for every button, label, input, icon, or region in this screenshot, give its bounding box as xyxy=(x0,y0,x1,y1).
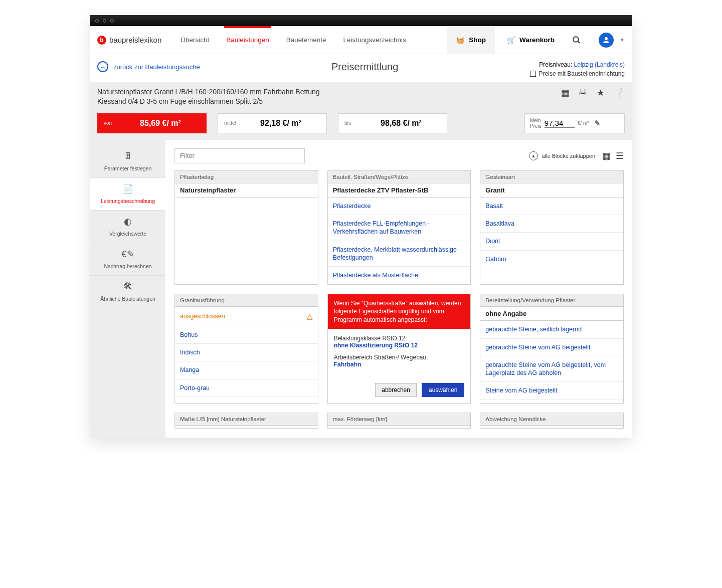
action-icons: ▦ 🖶 ★ ❔ xyxy=(561,87,625,98)
nav-bauleistungen[interactable]: Bauleistungen xyxy=(219,26,276,54)
grid-view-icon[interactable]: ▦ xyxy=(602,150,611,161)
logo-icon: b xyxy=(97,36,106,45)
my-price-label: Mein Preis xyxy=(530,118,542,129)
print-icon[interactable]: 🖶 xyxy=(579,87,588,98)
confirm-dialog: Wenn Sie "Quartiersstraße" auswählen, we… xyxy=(327,294,471,404)
option-item[interactable]: Diorit xyxy=(480,233,623,250)
star-icon[interactable]: ★ xyxy=(597,87,605,98)
cart-label: Warenkorb xyxy=(519,36,555,44)
option-item[interactable]: Steine vom AG beigestellt xyxy=(480,382,623,400)
nav-lv[interactable]: Leistungsverzeichnis xyxy=(336,26,413,54)
page-title: Preisermittlung xyxy=(200,61,530,73)
option-item[interactable]: Basaltlava xyxy=(480,215,623,233)
warning-icon: △ xyxy=(307,311,313,321)
svg-line-1 xyxy=(578,41,580,43)
option-item[interactable]: Pflasterdecke als Musterfläche xyxy=(328,267,471,284)
chevron-up-icon: ▲ xyxy=(529,151,538,160)
cancel-button[interactable]: abbrechen xyxy=(375,383,417,397)
select-button[interactable]: auswählen xyxy=(422,383,464,397)
sliders-icon: 🎚 xyxy=(122,150,134,162)
option-item[interactable]: Manga xyxy=(175,361,318,379)
user-menu-caret[interactable]: ▼ xyxy=(620,37,625,43)
option-item[interactable]: Porto-grau xyxy=(175,379,318,397)
side-nachtrag[interactable]: €✎ Nachtrag berechnen xyxy=(90,243,165,276)
option-item[interactable]: Pflasterdecke xyxy=(328,198,471,215)
option-item[interactable]: Basalt xyxy=(480,198,623,215)
block-abweichung[interactable]: Abweichung Nenndicke xyxy=(480,413,624,429)
list-view-icon[interactable]: ☰ xyxy=(616,150,624,161)
side-leistung[interactable]: 📄 Leistungsbeschreibung xyxy=(90,178,165,211)
option-item[interactable]: Pflasterdecke, Merkblatt wasserdurchläss… xyxy=(328,241,471,267)
nav-uebersicht[interactable]: Übersicht xyxy=(173,26,216,54)
option-item[interactable]: Indisch xyxy=(175,344,318,361)
option-excluded[interactable]: ausgeschlossen △ xyxy=(175,307,318,326)
user-avatar[interactable] xyxy=(599,33,614,48)
collapse-all-button[interactable]: ▲ alle Blöcke zuklappen xyxy=(529,151,595,160)
shop-button[interactable]: 🧺 Shop xyxy=(447,26,495,54)
traffic-light-dot xyxy=(110,19,114,23)
block-masse[interactable]: Maße L/B [mm] Natursteinpflaster xyxy=(174,413,318,429)
option-item[interactable]: Gabbro xyxy=(480,251,623,268)
document-icon: 📄 xyxy=(122,183,134,195)
nav-bauelemente[interactable]: Bauelemente xyxy=(279,26,333,54)
price-level: Preisniveau: Leipzig (Landkreis) Preise … xyxy=(530,61,625,77)
checkbox-icon[interactable] xyxy=(530,71,536,77)
option-item[interactable]: gebrauchte Steine vom AG beigestellt xyxy=(480,339,623,356)
cart-button[interactable]: 🛒 Warenkorb xyxy=(498,26,564,54)
logo-text: baupreislexikon xyxy=(109,36,161,44)
logo[interactable]: b baupreislexikon xyxy=(97,36,161,45)
block-granit: Granitausführung ausgeschlossen △ Bohus … xyxy=(174,294,318,404)
traffic-light-dot xyxy=(95,19,99,23)
price-level-label: Preisniveau: xyxy=(539,61,572,68)
confirm-message: Wenn Sie "Quartiersstraße" auswählen, we… xyxy=(328,294,471,329)
tools-icon: 🛠 xyxy=(122,281,134,293)
basket-icon: 🧺 xyxy=(456,36,465,44)
option-item[interactable]: Pflasterdecke FLL-Empfehlungen - Verkehr… xyxy=(328,215,471,241)
back-link[interactable]: ← zurück zur Bauleistungssuche xyxy=(97,61,200,72)
side-aehnlich[interactable]: 🛠 Ähnliche Bauleistungen xyxy=(90,276,165,308)
side-parameter[interactable]: 🎚 Parameter festlegen xyxy=(90,145,165,178)
item-description: Natursteinpflaster Granit L/B/H 160-200/… xyxy=(97,87,418,106)
block-foerderweg[interactable]: max. Förderweg [km] xyxy=(327,413,471,429)
arrow-left-icon: ← xyxy=(97,61,108,72)
svg-point-2 xyxy=(605,37,608,40)
price-level-link[interactable]: Leipzig (Landkreis) xyxy=(574,61,625,68)
search-icon[interactable] xyxy=(567,26,587,54)
price-mode-label: Preise mit Baustelleneinrichtung xyxy=(539,70,625,77)
help-icon[interactable]: ❔ xyxy=(614,87,625,98)
price-mittel[interactable]: mittel 92,18 €/ m² xyxy=(218,113,327,133)
euro-edit-icon: €✎ xyxy=(122,248,134,260)
block-pflasterbelag: Pflasterbelag Natursteinpflaster xyxy=(174,170,318,285)
window-titlebar xyxy=(90,15,632,26)
back-link-label: zurück zur Bauleistungssuche xyxy=(113,63,200,71)
side-vergleich[interactable]: ◐ Vergleichswerte xyxy=(90,211,165,243)
shop-label: Shop xyxy=(469,36,486,44)
option-item[interactable]: Bohus xyxy=(175,326,318,344)
block-bauteil: Bauteil, Straßen/Wege/Plätze Pflasterdec… xyxy=(327,170,471,285)
price-von[interactable]: von 85,69 €/ m² xyxy=(97,113,207,133)
block-bereitstellung: Bereitstellung/Verwendung Pflaster ohne … xyxy=(480,294,624,404)
svg-point-0 xyxy=(573,37,579,42)
option-item[interactable]: gebrauchte Steine, seitlich lagernd xyxy=(480,321,623,338)
contrast-icon: ◐ xyxy=(122,216,134,228)
traffic-light-dot xyxy=(103,19,106,23)
block-gesteinsart: Gesteinsart Granit Basalt Basaltlava Dio… xyxy=(480,170,624,285)
price-bis[interactable]: bis 98,68 €/ m² xyxy=(338,113,447,133)
edit-icon[interactable]: ✎ xyxy=(594,119,601,128)
option-item[interactable]: gebrauchte Steine vom AG beigestellt, vo… xyxy=(480,356,623,382)
my-price-input[interactable] xyxy=(545,119,575,128)
my-price-unit: €/ m² xyxy=(578,120,589,126)
table-icon[interactable]: ▦ xyxy=(561,87,570,98)
filter-input[interactable] xyxy=(174,148,305,163)
cart-icon: 🛒 xyxy=(507,36,515,44)
my-price: Mein Preis €/ m² ✎ xyxy=(524,113,625,133)
